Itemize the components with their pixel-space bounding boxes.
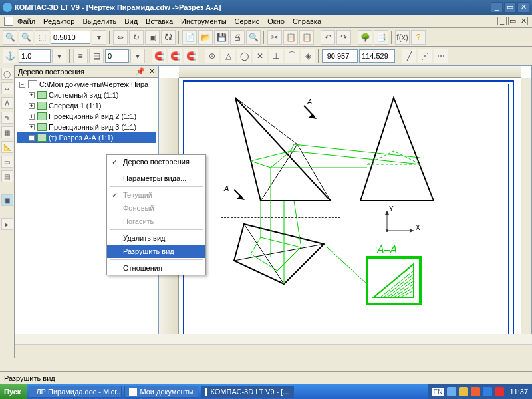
taskbar-button[interactable]: Мои документы <box>124 386 198 398</box>
tray-icon[interactable] <box>495 387 504 396</box>
tree-item[interactable]: +Спереди 1 (1:1) <box>17 100 156 111</box>
snap-perp-icon[interactable]: ⊥ <box>269 49 283 63</box>
zoom-area-icon[interactable]: ⬚ <box>35 30 49 45</box>
spec-icon[interactable]: ▤ <box>1 170 13 182</box>
menu-select[interactable]: Выделить <box>82 17 116 25</box>
cut-icon[interactable]: ✂ <box>267 30 282 45</box>
pin-icon[interactable]: 📌 <box>136 67 145 76</box>
redo-icon[interactable]: ↷ <box>336 30 351 45</box>
tree-icon[interactable]: 🌳 <box>358 30 372 45</box>
state-icon[interactable]: ▤ <box>89 49 104 63</box>
text-icon[interactable]: A <box>1 97 13 109</box>
drawing-canvas[interactable]: А А А–А X Y <box>179 78 521 346</box>
tree-item[interactable]: +Системный вид (1:1) <box>17 90 156 100</box>
undo-icon[interactable]: ↶ <box>321 30 335 45</box>
magnet3-icon[interactable]: 🧲 <box>184 49 198 63</box>
pan-icon[interactable]: ⇔ <box>113 30 128 45</box>
param-icon[interactable]: ▦ <box>1 126 13 138</box>
scrollbar-vertical[interactable] <box>521 78 531 346</box>
tree-item[interactable]: +Проекционный вид 2 (1:1) <box>17 111 156 122</box>
layer-icon[interactable]: ≡ <box>73 49 88 63</box>
rotate-icon[interactable]: ↻ <box>129 30 144 45</box>
tree-item[interactable]: +(т) Разрез А-А (1:1) <box>17 132 156 143</box>
tray-icon[interactable] <box>459 387 468 396</box>
close-button[interactable]: ✕ <box>517 2 529 13</box>
dim-icon[interactable]: ↔ <box>1 82 13 94</box>
context-menu-item[interactable]: Отношения <box>107 261 205 275</box>
menu-service[interactable]: Сервис <box>235 17 260 25</box>
menu-tools[interactable]: Инструменты <box>181 17 227 25</box>
help-icon[interactable]: ? <box>411 30 426 45</box>
menu-file[interactable]: ФФайлайл <box>17 17 35 25</box>
refresh-icon[interactable]: 🗘 <box>161 30 176 45</box>
toggle-icon[interactable]: − <box>19 82 25 88</box>
coord-x[interactable] <box>322 49 358 63</box>
toggle-icon[interactable]: + <box>29 114 35 120</box>
magnet2-icon[interactable]: 🧲 <box>168 49 182 63</box>
minimize-button[interactable]: _ <box>491 2 503 13</box>
zoom-in-icon[interactable]: 🔍 <box>3 30 17 45</box>
context-menu-item[interactable]: Параметры вида... <box>107 172 205 185</box>
assoc-icon[interactable]: ▣ <box>1 194 13 206</box>
props-icon[interactable]: 📑 <box>374 30 388 45</box>
context-menu-item[interactable]: Удалить вид <box>107 231 205 245</box>
menu-insert[interactable]: Вставка <box>146 17 173 25</box>
snap-near-icon[interactable]: ◈ <box>301 49 315 63</box>
tree-close-icon[interactable]: ✕ <box>149 67 155 76</box>
geom-icon[interactable]: ◯ <box>1 68 13 80</box>
tree-doc[interactable]: − C:\Мои документы\Чертеж Пира <box>17 79 156 90</box>
menu-window[interactable]: Окно <box>267 17 285 25</box>
select-icon[interactable]: ▭ <box>1 156 13 168</box>
tray-icon[interactable] <box>483 387 492 396</box>
dropdown-icon[interactable]: ▾ <box>92 30 106 45</box>
fit-icon[interactable]: ▣ <box>145 30 160 45</box>
measure-icon[interactable]: 📐 <box>1 141 13 153</box>
snap-mid-icon[interactable]: △ <box>221 49 235 63</box>
expand-icon[interactable]: ▸ <box>1 218 13 230</box>
context-menu-item[interactable]: Разрушить вид <box>107 245 205 258</box>
zoom-input[interactable] <box>51 31 90 44</box>
snap-int-icon[interactable]: ✕ <box>253 49 267 63</box>
tray-icon[interactable] <box>471 387 480 396</box>
snap-center-icon[interactable]: ◯ <box>237 49 251 63</box>
snap-tan-icon[interactable]: ⌒ <box>285 49 299 63</box>
scale-drop[interactable]: ▾ <box>52 49 66 63</box>
style-input[interactable] <box>105 49 129 63</box>
toggle-icon[interactable]: + <box>29 103 35 109</box>
snap-end-icon[interactable]: ⊙ <box>205 49 219 63</box>
scale-input[interactable] <box>19 49 51 63</box>
line3-icon[interactable]: ⋯ <box>434 49 448 63</box>
anchor-icon[interactable]: ⚓ <box>3 49 17 63</box>
taskbar-button[interactable]: КОМПАС-3D LT V9 - [... <box>201 386 294 398</box>
zoom-out-icon[interactable]: 🔍 <box>19 30 33 45</box>
line1-icon[interactable]: ╱ <box>402 49 416 63</box>
start-button[interactable]: Пуск <box>0 384 27 399</box>
toggle-icon[interactable]: + <box>29 92 35 98</box>
preview-icon[interactable]: 🔍 <box>246 30 261 45</box>
menu-help[interactable]: Справка <box>293 17 321 25</box>
coord-y[interactable] <box>359 49 395 63</box>
save-icon[interactable]: 💾 <box>214 30 229 45</box>
copy-icon[interactable]: 📋 <box>283 30 298 45</box>
edit-icon[interactable]: ✎ <box>1 112 13 124</box>
magnet1-icon[interactable]: 🧲 <box>152 49 166 63</box>
print-icon[interactable]: 🖨 <box>230 30 245 45</box>
context-menu-item[interactable]: ✓Дерево построения <box>107 155 205 168</box>
new-icon[interactable]: 📄 <box>182 30 197 45</box>
menu-edit[interactable]: Редактор <box>43 17 74 25</box>
toggle-icon[interactable]: + <box>29 124 35 130</box>
vars-icon[interactable]: f(x) <box>395 30 410 45</box>
mdi-min[interactable]: _ <box>497 17 507 25</box>
taskbar-button[interactable]: ЛР Пирамида.doc - Micr... <box>29 386 122 398</box>
toggle-icon[interactable]: + <box>29 135 35 141</box>
line2-icon[interactable]: ⋰ <box>418 49 432 63</box>
tree-item[interactable]: +Проекционный вид 3 (1:1) <box>17 122 156 132</box>
open-icon[interactable]: 📂 <box>198 30 213 45</box>
restore-button[interactable]: ▭ <box>504 2 516 13</box>
mdi-restore[interactable]: ▭ <box>508 17 517 25</box>
mdi-close[interactable]: ✕ <box>519 17 528 25</box>
menu-view[interactable]: Вид <box>124 17 138 25</box>
tray-icon[interactable] <box>447 387 456 396</box>
style-drop[interactable]: ▾ <box>130 49 145 63</box>
paste-icon[interactable]: 📋 <box>299 30 314 45</box>
